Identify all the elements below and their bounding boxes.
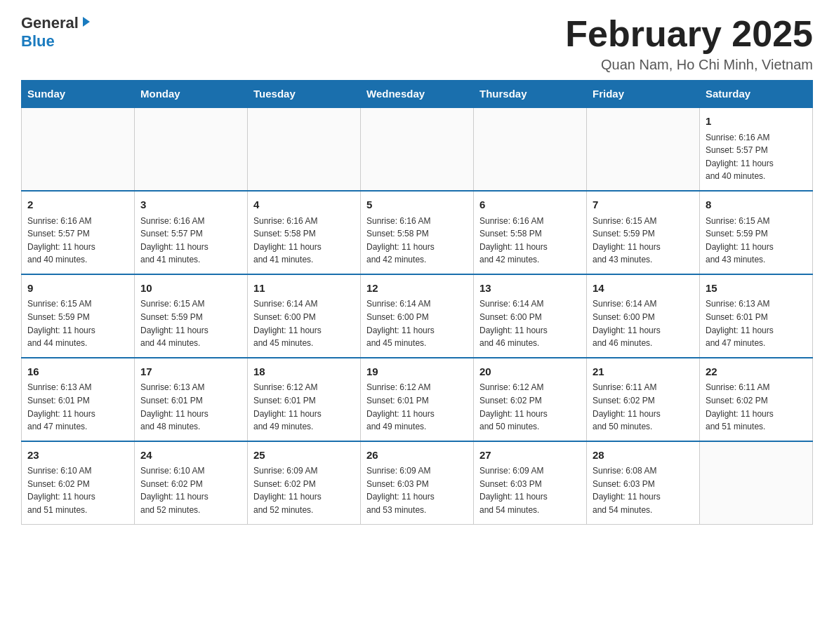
- day-info: Sunrise: 6:10 AM Sunset: 6:02 PM Dayligh…: [140, 464, 241, 516]
- calendar-cell: 26Sunrise: 6:09 AM Sunset: 6:03 PM Dayli…: [361, 441, 474, 524]
- day-number: 1: [706, 114, 807, 130]
- calendar-cell: [474, 107, 587, 191]
- day-info: Sunrise: 6:14 AM Sunset: 6:00 PM Dayligh…: [479, 297, 581, 349]
- calendar-table: Sunday Monday Tuesday Wednesday Thursday…: [21, 80, 813, 524]
- calendar-week-row: 9Sunrise: 6:15 AM Sunset: 5:59 PM Daylig…: [22, 274, 813, 358]
- day-number: 16: [27, 364, 128, 380]
- day-number: 10: [140, 281, 241, 297]
- calendar-cell: 22Sunrise: 6:11 AM Sunset: 6:02 PM Dayli…: [700, 358, 813, 441]
- day-number: 7: [593, 197, 694, 213]
- day-info: Sunrise: 6:15 AM Sunset: 5:59 PM Dayligh…: [593, 215, 694, 267]
- month-title: February 2025: [565, 14, 813, 54]
- day-number: 4: [253, 197, 355, 213]
- day-info: Sunrise: 6:16 AM Sunset: 5:58 PM Dayligh…: [253, 215, 355, 267]
- logo-blue-text: Blue: [21, 32, 55, 51]
- col-friday: Friday: [587, 81, 700, 108]
- col-wednesday: Wednesday: [361, 81, 474, 108]
- day-number: 3: [140, 197, 241, 213]
- day-info: Sunrise: 6:12 AM Sunset: 6:02 PM Dayligh…: [479, 381, 581, 433]
- calendar-cell: 16Sunrise: 6:13 AM Sunset: 6:01 PM Dayli…: [22, 358, 135, 441]
- day-number: 24: [140, 448, 241, 464]
- logo-arrow-icon: [80, 15, 93, 31]
- calendar-cell: 25Sunrise: 6:09 AM Sunset: 6:02 PM Dayli…: [248, 441, 361, 524]
- calendar-cell: [135, 107, 248, 191]
- calendar-cell: 14Sunrise: 6:14 AM Sunset: 6:00 PM Dayli…: [587, 274, 700, 358]
- day-number: 19: [366, 364, 468, 380]
- calendar-cell: [700, 441, 813, 524]
- day-info: Sunrise: 6:16 AM Sunset: 5:57 PM Dayligh…: [140, 215, 241, 267]
- day-number: 18: [253, 364, 355, 380]
- day-info: Sunrise: 6:14 AM Sunset: 6:00 PM Dayligh…: [366, 297, 468, 349]
- calendar-cell: 3Sunrise: 6:16 AM Sunset: 5:57 PM Daylig…: [135, 191, 248, 274]
- col-tuesday: Tuesday: [248, 81, 361, 108]
- day-info: Sunrise: 6:11 AM Sunset: 6:02 PM Dayligh…: [593, 381, 694, 433]
- calendar-cell: [22, 107, 135, 191]
- day-info: Sunrise: 6:15 AM Sunset: 5:59 PM Dayligh…: [706, 215, 807, 267]
- day-number: 13: [479, 281, 581, 297]
- day-number: 21: [593, 364, 694, 380]
- day-info: Sunrise: 6:16 AM Sunset: 5:58 PM Dayligh…: [479, 215, 581, 267]
- title-section: February 2025 Quan Nam, Ho Chi Minh, Vie…: [565, 14, 813, 73]
- page-header: General Blue February 2025 Quan Nam, Ho …: [21, 14, 813, 73]
- day-info: Sunrise: 6:10 AM Sunset: 6:02 PM Dayligh…: [27, 464, 128, 516]
- calendar-cell: 4Sunrise: 6:16 AM Sunset: 5:58 PM Daylig…: [248, 191, 361, 274]
- calendar-cell: 27Sunrise: 6:09 AM Sunset: 6:03 PM Dayli…: [474, 441, 587, 524]
- day-info: Sunrise: 6:09 AM Sunset: 6:03 PM Dayligh…: [366, 464, 468, 516]
- calendar-cell: 8Sunrise: 6:15 AM Sunset: 5:59 PM Daylig…: [700, 191, 813, 274]
- col-sunday: Sunday: [22, 81, 135, 108]
- logo-general-text: General: [21, 14, 79, 32]
- calendar-week-row: 2Sunrise: 6:16 AM Sunset: 5:57 PM Daylig…: [22, 191, 813, 274]
- calendar-week-row: 23Sunrise: 6:10 AM Sunset: 6:02 PM Dayli…: [22, 441, 813, 524]
- day-info: Sunrise: 6:16 AM Sunset: 5:58 PM Dayligh…: [366, 215, 468, 267]
- calendar-cell: 19Sunrise: 6:12 AM Sunset: 6:01 PM Dayli…: [361, 358, 474, 441]
- calendar-cell: 24Sunrise: 6:10 AM Sunset: 6:02 PM Dayli…: [135, 441, 248, 524]
- svg-marker-0: [83, 17, 90, 27]
- day-info: Sunrise: 6:08 AM Sunset: 6:03 PM Dayligh…: [593, 464, 694, 516]
- calendar-cell: 21Sunrise: 6:11 AM Sunset: 6:02 PM Dayli…: [587, 358, 700, 441]
- day-info: Sunrise: 6:13 AM Sunset: 6:01 PM Dayligh…: [140, 381, 241, 433]
- day-info: Sunrise: 6:15 AM Sunset: 5:59 PM Dayligh…: [27, 297, 128, 349]
- day-number: 17: [140, 364, 241, 380]
- calendar-week-row: 16Sunrise: 6:13 AM Sunset: 6:01 PM Dayli…: [22, 358, 813, 441]
- calendar-cell: 1Sunrise: 6:16 AM Sunset: 5:57 PM Daylig…: [700, 107, 813, 191]
- calendar-cell: 7Sunrise: 6:15 AM Sunset: 5:59 PM Daylig…: [587, 191, 700, 274]
- day-number: 2: [27, 197, 128, 213]
- calendar-cell: [587, 107, 700, 191]
- day-number: 27: [479, 448, 581, 464]
- calendar-cell: [248, 107, 361, 191]
- col-saturday: Saturday: [700, 81, 813, 108]
- day-number: 20: [479, 364, 581, 380]
- calendar-cell: 20Sunrise: 6:12 AM Sunset: 6:02 PM Dayli…: [474, 358, 587, 441]
- day-info: Sunrise: 6:11 AM Sunset: 6:02 PM Dayligh…: [706, 381, 807, 433]
- day-number: 26: [366, 448, 468, 464]
- day-info: Sunrise: 6:09 AM Sunset: 6:03 PM Dayligh…: [479, 464, 581, 516]
- calendar-header-row: Sunday Monday Tuesday Wednesday Thursday…: [22, 81, 813, 108]
- logo: General Blue: [21, 14, 93, 51]
- col-monday: Monday: [135, 81, 248, 108]
- day-number: 14: [593, 281, 694, 297]
- calendar-cell: 6Sunrise: 6:16 AM Sunset: 5:58 PM Daylig…: [474, 191, 587, 274]
- day-info: Sunrise: 6:14 AM Sunset: 6:00 PM Dayligh…: [253, 297, 355, 349]
- day-number: 12: [366, 281, 468, 297]
- calendar-cell: 18Sunrise: 6:12 AM Sunset: 6:01 PM Dayli…: [248, 358, 361, 441]
- calendar-cell: 2Sunrise: 6:16 AM Sunset: 5:57 PM Daylig…: [22, 191, 135, 274]
- calendar-cell: 13Sunrise: 6:14 AM Sunset: 6:00 PM Dayli…: [474, 274, 587, 358]
- day-number: 25: [253, 448, 355, 464]
- calendar-cell: 9Sunrise: 6:15 AM Sunset: 5:59 PM Daylig…: [22, 274, 135, 358]
- day-info: Sunrise: 6:12 AM Sunset: 6:01 PM Dayligh…: [366, 381, 468, 433]
- day-info: Sunrise: 6:16 AM Sunset: 5:57 PM Dayligh…: [27, 215, 128, 267]
- day-number: 22: [706, 364, 807, 380]
- calendar-cell: 23Sunrise: 6:10 AM Sunset: 6:02 PM Dayli…: [22, 441, 135, 524]
- day-number: 15: [706, 281, 807, 297]
- day-number: 8: [706, 197, 807, 213]
- calendar-cell: 10Sunrise: 6:15 AM Sunset: 5:59 PM Dayli…: [135, 274, 248, 358]
- calendar-cell: 11Sunrise: 6:14 AM Sunset: 6:00 PM Dayli…: [248, 274, 361, 358]
- day-info: Sunrise: 6:12 AM Sunset: 6:01 PM Dayligh…: [253, 381, 355, 433]
- day-number: 5: [366, 197, 468, 213]
- day-info: Sunrise: 6:16 AM Sunset: 5:57 PM Dayligh…: [706, 131, 807, 183]
- day-info: Sunrise: 6:09 AM Sunset: 6:02 PM Dayligh…: [253, 464, 355, 516]
- day-info: Sunrise: 6:15 AM Sunset: 5:59 PM Dayligh…: [140, 297, 241, 349]
- day-number: 6: [479, 197, 581, 213]
- calendar-cell: 28Sunrise: 6:08 AM Sunset: 6:03 PM Dayli…: [587, 441, 700, 524]
- day-number: 23: [27, 448, 128, 464]
